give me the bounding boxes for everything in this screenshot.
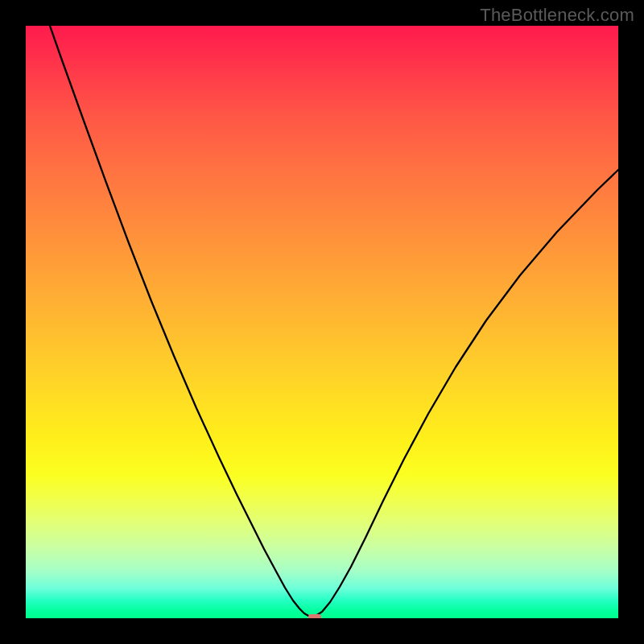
minimum-marker xyxy=(308,614,321,618)
chart-plot-area xyxy=(26,26,618,618)
watermark-text: TheBottleneck.com xyxy=(480,5,634,26)
curve-svg xyxy=(26,26,618,618)
bottleneck-curve xyxy=(50,26,618,617)
